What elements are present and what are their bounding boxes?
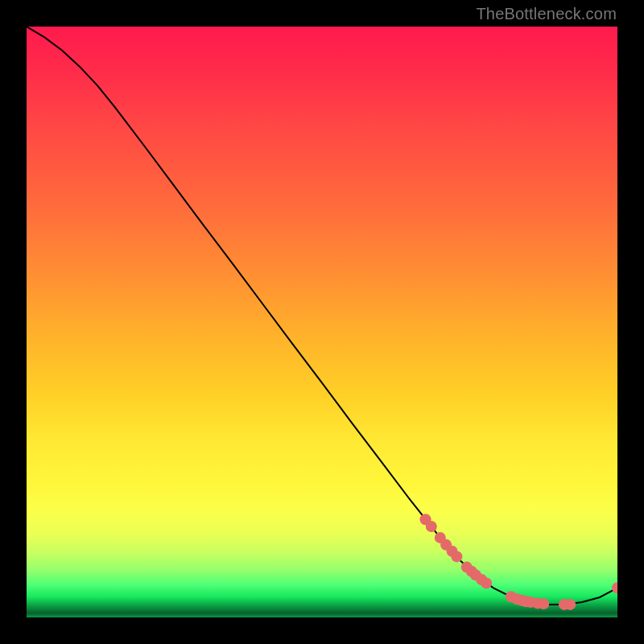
chart-stage: TheBottleneck.com xyxy=(0,0,644,644)
watermark: TheBottleneck.com xyxy=(476,5,617,23)
plot-background xyxy=(27,27,617,617)
